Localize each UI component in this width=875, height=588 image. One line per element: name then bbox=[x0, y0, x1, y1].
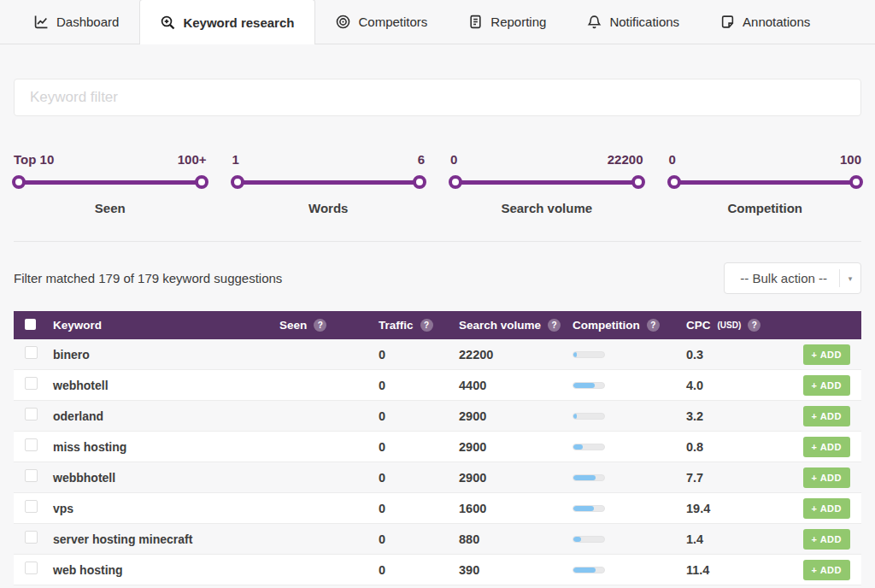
slider-handle-min[interactable] bbox=[449, 175, 462, 189]
tab-competitors[interactable]: Competitors bbox=[315, 0, 448, 44]
cpc-cell: 0.3 bbox=[686, 348, 703, 362]
tab-reporting[interactable]: Reporting bbox=[448, 0, 567, 44]
traffic-cell: 0 bbox=[379, 532, 385, 546]
search-volume-cell: 2900 bbox=[459, 440, 486, 454]
range-slider: 1 6 Words bbox=[232, 152, 426, 215]
slider-min-label: 0 bbox=[450, 152, 457, 167]
tab-notifications[interactable]: Notifications bbox=[567, 0, 700, 44]
keyword-cell: miss hosting bbox=[53, 440, 126, 454]
keyword-filter-input[interactable] bbox=[14, 79, 861, 116]
slider-handle-min[interactable] bbox=[12, 175, 26, 189]
keyword-cell: binero bbox=[53, 348, 90, 362]
note-icon bbox=[720, 15, 735, 29]
keyword-cell: oderland bbox=[53, 409, 103, 423]
row-checkbox[interactable] bbox=[25, 438, 38, 451]
row-checkbox[interactable] bbox=[25, 377, 38, 390]
add-keyword-button[interactable]: + ADD bbox=[803, 375, 850, 396]
table-row: binero 0 22200 0.3 + ADD bbox=[14, 339, 861, 370]
slider-track[interactable] bbox=[671, 180, 860, 185]
traffic-cell: 0 bbox=[379, 471, 385, 485]
add-keyword-button[interactable]: + ADD bbox=[803, 406, 850, 426]
tab-keyword-research[interactable]: Keyword research bbox=[139, 0, 315, 44]
help-icon[interactable]: ? bbox=[314, 319, 326, 332]
competition-bar-fill bbox=[573, 414, 577, 419]
tab-label: Reporting bbox=[490, 15, 546, 29]
add-keyword-button[interactable]: + ADD bbox=[803, 529, 850, 550]
competition-bar bbox=[573, 536, 605, 543]
table-row: oderland 0 2900 3.2 + ADD bbox=[14, 401, 861, 432]
search-volume-cell: 2900 bbox=[459, 409, 486, 423]
table-row: web hosting 0 390 11.4 + ADD bbox=[14, 555, 861, 585]
range-slider: 0 100 Competition bbox=[669, 152, 862, 215]
target-icon bbox=[336, 15, 350, 29]
search-volume-cell: 880 bbox=[459, 532, 479, 546]
slider-name: Seen bbox=[14, 201, 207, 215]
add-keyword-button[interactable]: + ADD bbox=[803, 344, 850, 365]
search-volume-cell: 2900 bbox=[459, 471, 486, 485]
slider-max-label: 100+ bbox=[178, 152, 207, 167]
col-cpc: CPC bbox=[686, 319, 711, 332]
keyword-cell: server hosting minecraft bbox=[53, 532, 192, 546]
filter-sliders: Top 10 100+ Seen 1 6 Words bbox=[14, 152, 861, 215]
traffic-cell: 0 bbox=[379, 502, 385, 515]
slider-handle-max[interactable] bbox=[849, 175, 863, 189]
cpc-cell: 0.8 bbox=[686, 440, 703, 454]
table-row: vps 0 1600 19.4 + ADD bbox=[14, 493, 861, 524]
help-icon[interactable]: ? bbox=[420, 319, 433, 332]
chevron-down-icon: ▾ bbox=[840, 274, 860, 283]
slider-track[interactable] bbox=[234, 180, 424, 185]
traffic-cell: 0 bbox=[379, 379, 385, 392]
traffic-cell: 0 bbox=[379, 409, 385, 423]
tab-label: Dashboard bbox=[56, 15, 119, 29]
keyword-table: Keyword Seen ? Traffic ? Search volume ?… bbox=[14, 311, 861, 588]
table-row: webbhotell 0 2900 7.7 + ADD bbox=[14, 462, 861, 493]
add-keyword-button[interactable]: + ADD bbox=[803, 437, 850, 457]
cpc-cell: 19.4 bbox=[686, 502, 710, 515]
slider-track[interactable] bbox=[452, 180, 642, 185]
slider-handle-max[interactable] bbox=[631, 175, 645, 189]
traffic-cell: 0 bbox=[379, 348, 385, 362]
tab-label: Competitors bbox=[358, 15, 427, 29]
help-icon[interactable]: ? bbox=[548, 319, 561, 332]
table-header: Keyword Seen ? Traffic ? Search volume ?… bbox=[14, 311, 861, 339]
competition-bar bbox=[573, 413, 605, 420]
bulk-action-label: -- Bulk action -- bbox=[725, 271, 839, 285]
tab-dashboard[interactable]: Dashboard bbox=[14, 0, 139, 44]
row-checkbox[interactable] bbox=[25, 408, 38, 420]
bulk-action-select[interactable]: -- Bulk action -- ▾ bbox=[724, 262, 861, 294]
competition-bar bbox=[573, 444, 605, 450]
select-all-checkbox[interactable] bbox=[25, 319, 36, 330]
traffic-cell: 0 bbox=[379, 563, 385, 577]
tab-annotations[interactable]: Annotations bbox=[700, 0, 831, 44]
col-cpc-unit: (USD) bbox=[718, 320, 742, 330]
add-keyword-button[interactable]: + ADD bbox=[803, 498, 850, 519]
search-volume-cell: 22200 bbox=[459, 348, 493, 362]
slider-max-label: 6 bbox=[418, 152, 425, 167]
traffic-cell: 0 bbox=[379, 440, 385, 454]
page-content: Top 10 100+ Seen 1 6 Words bbox=[0, 79, 875, 588]
help-icon[interactable]: ? bbox=[647, 319, 660, 332]
row-checkbox[interactable] bbox=[25, 531, 38, 544]
competition-bar bbox=[573, 505, 605, 512]
slider-name: Competition bbox=[669, 201, 862, 215]
add-keyword-button[interactable]: + ADD bbox=[803, 560, 850, 580]
keyword-cell: web hosting bbox=[53, 563, 123, 577]
row-checkbox[interactable] bbox=[25, 500, 38, 513]
slider-min-label: Top 10 bbox=[14, 152, 54, 167]
slider-handle-min[interactable] bbox=[667, 175, 681, 189]
col-competition: Competition bbox=[573, 319, 640, 332]
slider-handle-max[interactable] bbox=[413, 175, 426, 189]
slider-min-label: 0 bbox=[669, 152, 676, 167]
competition-bar-fill bbox=[573, 537, 581, 542]
chart-line-icon bbox=[34, 15, 49, 29]
row-checkbox[interactable] bbox=[25, 346, 38, 359]
help-icon[interactable]: ? bbox=[748, 319, 760, 332]
slider-handle-max[interactable] bbox=[195, 175, 208, 189]
row-checkbox[interactable] bbox=[25, 562, 38, 574]
search-volume-cell: 4400 bbox=[459, 379, 486, 392]
row-checkbox[interactable] bbox=[25, 469, 38, 482]
slider-track[interactable] bbox=[15, 180, 205, 185]
slider-handle-min[interactable] bbox=[231, 175, 244, 189]
add-keyword-button[interactable]: + ADD bbox=[803, 467, 850, 488]
table-body: binero 0 22200 0.3 + ADD webhotell 0 440… bbox=[14, 339, 861, 585]
